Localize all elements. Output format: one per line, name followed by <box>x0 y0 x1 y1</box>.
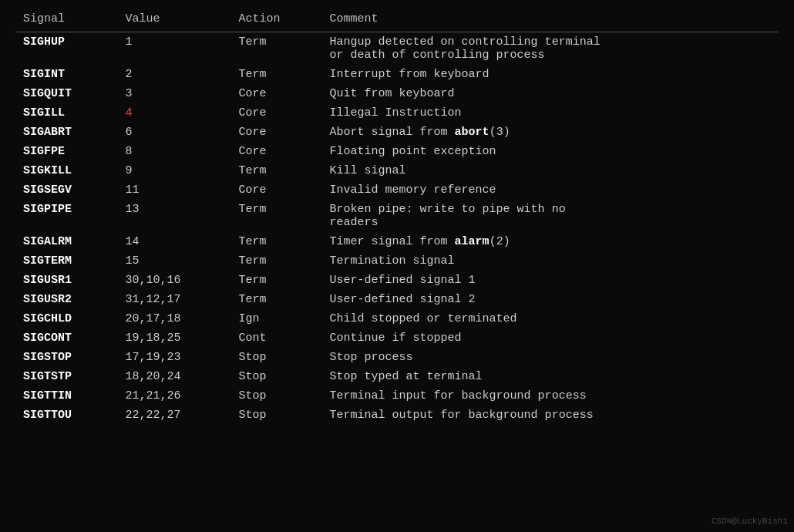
signal-name: SIGTSTP <box>15 367 118 386</box>
signal-comment: Interrupt from keyboard <box>322 65 779 84</box>
signal-comment: Child stopped or terminated <box>322 309 779 328</box>
signal-value: 13 <box>118 200 231 232</box>
signal-comment: Quit from keyboard <box>322 84 779 103</box>
table-row: SIGKILL9TermKill signal <box>15 161 779 180</box>
signal-comment: Abort signal from abort(3) <box>322 123 779 142</box>
signal-name: SIGFPE <box>15 142 118 161</box>
signal-name: SIGUSR2 <box>15 290 118 309</box>
signal-action: Term <box>230 200 321 232</box>
table-row: SIGTERM15TermTermination signal <box>15 251 779 271</box>
signal-action: Term <box>230 32 321 66</box>
table-row: SIGPIPE13TermBroken pipe: write to pipe … <box>15 200 779 232</box>
signals-table: Signal Value Action Comment SIGHUP1TermH… <box>15 8 779 425</box>
signal-action: Term <box>230 161 321 180</box>
table-row: SIGINT2TermInterrupt from keyboard <box>15 65 779 84</box>
signal-name: SIGTTOU <box>15 406 118 425</box>
signal-value: 17,19,23 <box>118 348 231 367</box>
table-header-row: Signal Value Action Comment <box>15 8 779 32</box>
table-row: SIGALRM14TermTimer signal from alarm(2) <box>15 232 779 251</box>
col-header-value: Value <box>118 8 231 32</box>
signal-comment: Continue if stopped <box>322 328 779 348</box>
signal-action: Core <box>230 180 321 200</box>
signal-comment: Illegal Instruction <box>322 103 779 123</box>
table-row: SIGCONT19,18,25ContContinue if stopped <box>15 328 779 348</box>
signal-name: SIGABRT <box>15 123 118 142</box>
signal-comment: User-defined signal 2 <box>322 290 779 309</box>
signal-action: Stop <box>230 367 321 386</box>
signal-name: SIGPIPE <box>15 200 118 232</box>
signal-value: 2 <box>118 65 231 84</box>
signal-comment: Floating point exception <box>322 142 779 161</box>
signal-name: SIGSEGV <box>15 180 118 200</box>
signal-comment: Broken pipe: write to pipe with no reade… <box>322 200 779 232</box>
signal-name: SIGCONT <box>15 328 118 348</box>
signal-action: Cont <box>230 328 321 348</box>
table-row: SIGSEGV11CoreInvalid memory reference <box>15 180 779 200</box>
signal-name: SIGCHLD <box>15 309 118 328</box>
signal-comment: Invalid memory reference <box>322 180 779 200</box>
signal-comment: Stop process <box>322 348 779 367</box>
signal-action: Core <box>230 123 321 142</box>
signal-action: Term <box>230 232 321 251</box>
signal-value: 31,12,17 <box>118 290 231 309</box>
signal-comment: Termination signal <box>322 251 779 271</box>
signal-comment: Timer signal from alarm(2) <box>322 232 779 251</box>
signal-comment: User-defined signal 1 <box>322 271 779 290</box>
signal-action: Stop <box>230 348 321 367</box>
signal-value: 21,21,26 <box>118 386 231 406</box>
signal-name: SIGTTIN <box>15 386 118 406</box>
signal-action: Core <box>230 84 321 103</box>
table-row: SIGFPE8CoreFloating point exception <box>15 142 779 161</box>
signal-action: Ign <box>230 309 321 328</box>
col-header-signal: Signal <box>15 8 118 32</box>
signal-comment: Terminal input for background process <box>322 386 779 406</box>
signal-value: 1 <box>118 32 231 66</box>
table-row: SIGUSR231,12,17TermUser-defined signal 2 <box>15 290 779 309</box>
signal-action: Term <box>230 65 321 84</box>
signal-action: Term <box>230 251 321 271</box>
signal-name: SIGILL <box>15 103 118 123</box>
signal-value: 9 <box>118 161 231 180</box>
signal-name: SIGTERM <box>15 251 118 271</box>
signal-value: 15 <box>118 251 231 271</box>
table-row: SIGHUP1TermHangup detected on controllin… <box>15 32 779 66</box>
signal-name: SIGINT <box>15 65 118 84</box>
signal-name: SIGUSR1 <box>15 271 118 290</box>
table-row: SIGTTIN21,21,26StopTerminal input for ba… <box>15 386 779 406</box>
signal-value: 14 <box>118 232 231 251</box>
signal-value: 18,20,24 <box>118 367 231 386</box>
signal-comment: Kill signal <box>322 161 779 180</box>
signal-action: Term <box>230 271 321 290</box>
signal-value: 6 <box>118 123 231 142</box>
table-row: SIGCHLD20,17,18IgnChild stopped or termi… <box>15 309 779 328</box>
signal-action: Stop <box>230 386 321 406</box>
signal-value: 19,18,25 <box>118 328 231 348</box>
signal-name: SIGQUIT <box>15 84 118 103</box>
signal-value: 8 <box>118 142 231 161</box>
table-row: SIGTTOU22,22,27StopTerminal output for b… <box>15 406 779 425</box>
signal-comment: Terminal output for background process <box>322 406 779 425</box>
signal-value: 30,10,16 <box>118 271 231 290</box>
table-row: SIGQUIT3CoreQuit from keyboard <box>15 84 779 103</box>
signal-value: 11 <box>118 180 231 200</box>
table-row: SIGTSTP18,20,24StopStop typed at termina… <box>15 367 779 386</box>
signal-action: Term <box>230 290 321 309</box>
signal-name: SIGSTOP <box>15 348 118 367</box>
signal-action: Core <box>230 103 321 123</box>
col-header-action: Action <box>230 8 321 32</box>
signal-value: 4 <box>118 103 231 123</box>
signal-value: 3 <box>118 84 231 103</box>
col-header-comment: Comment <box>322 8 779 32</box>
table-row: SIGUSR130,10,16TermUser-defined signal 1 <box>15 271 779 290</box>
signal-name: SIGALRM <box>15 232 118 251</box>
table-row: SIGILL4CoreIllegal Instruction <box>15 103 779 123</box>
main-container: Signal Value Action Comment SIGHUP1TermH… <box>0 0 794 433</box>
signal-comment: Hangup detected on controlling terminal … <box>322 32 779 66</box>
signal-name: SIGKILL <box>15 161 118 180</box>
watermark: CSDN@LuckyBish1 <box>712 517 788 526</box>
table-row: SIGSTOP17,19,23StopStop process <box>15 348 779 367</box>
signal-name: SIGHUP <box>15 32 118 66</box>
table-row: SIGABRT6CoreAbort signal from abort(3) <box>15 123 779 142</box>
signal-value: 22,22,27 <box>118 406 231 425</box>
signal-comment: Stop typed at terminal <box>322 367 779 386</box>
